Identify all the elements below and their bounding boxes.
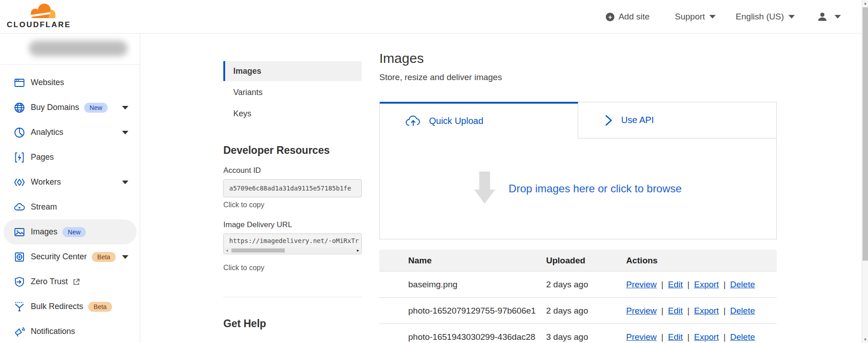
- scrollbar-thumb[interactable]: [231, 248, 285, 252]
- preview-link[interactable]: Preview: [626, 332, 657, 342]
- scroll-up-arrow-icon[interactable]: ▲: [862, 0, 868, 7]
- export-link[interactable]: Export: [694, 332, 719, 342]
- delete-link[interactable]: Delete: [730, 306, 755, 315]
- sidebar-item-pages[interactable]: Pages: [4, 145, 137, 170]
- external-link-icon: [72, 278, 80, 286]
- cloudflare-logo-text: CLOUDFLARE: [7, 20, 66, 29]
- sidebar-item-label: Security Center: [31, 252, 87, 262]
- sidebar-item-label: Buy Domains: [31, 103, 79, 112]
- sidebar-item-security-center[interactable]: Security Center Beta: [4, 244, 137, 269]
- sidebar-item-zero-trust[interactable]: Zero Trust: [4, 269, 137, 294]
- chevron-down-icon[interactable]: [122, 131, 128, 134]
- sidebar-item-label: Bulk Redirects: [31, 302, 83, 311]
- tab-use-api[interactable]: Use API: [578, 102, 776, 138]
- support-label: Support: [675, 12, 705, 22]
- sidebar-item-notifications[interactable]: Notifications: [4, 319, 137, 343]
- developer-resources-heading: Developer Resources: [223, 144, 330, 157]
- plus-icon: +: [606, 13, 614, 21]
- language-label: English (US): [736, 12, 784, 22]
- separator: |: [723, 306, 726, 315]
- subnav-item-keys[interactable]: Keys: [223, 104, 362, 124]
- funnel-icon: [14, 301, 25, 313]
- delete-link[interactable]: Delete: [730, 280, 755, 289]
- chevron-down-icon[interactable]: [122, 255, 128, 259]
- export-link[interactable]: Export: [694, 280, 719, 289]
- page-title: Images: [379, 51, 424, 66]
- main-content: Images Store, resize and deliver images …: [379, 33, 777, 343]
- edit-link[interactable]: Edit: [668, 280, 683, 289]
- beta-badge: Beta: [92, 252, 116, 262]
- uploaded-time: 2 days ago: [546, 280, 626, 290]
- sidebar-item-images[interactable]: Images New: [4, 219, 137, 244]
- top-bar: CLOUDFLARE + Add site Support English (U…: [0, 0, 868, 33]
- add-site-button[interactable]: + Add site: [606, 12, 654, 22]
- account-id-field[interactable]: a5709e6c88ad1a31da9115e57185b1fe: [223, 179, 362, 197]
- user-menu[interactable]: [816, 11, 841, 23]
- sidebar-item-analytics[interactable]: Analytics: [4, 120, 137, 145]
- row-actions: Preview|Edit|Export|Delete: [626, 306, 777, 316]
- scrollbar-thumb[interactable]: [863, 7, 868, 261]
- table-header-row: Name Uploaded Actions: [379, 250, 777, 272]
- edit-link[interactable]: Edit: [668, 332, 683, 342]
- chevron-down-icon: [788, 15, 795, 19]
- sidebar-item-label: Pages: [31, 152, 54, 162]
- tab-label: Use API: [621, 115, 654, 125]
- scroll-left-arrow-icon[interactable]: ◀: [224, 248, 230, 253]
- page-scrollbar[interactable]: ▲ ▼: [862, 0, 868, 343]
- row-actions: Preview|Edit|Export|Delete: [626, 280, 777, 290]
- sidebar-item-websites[interactable]: Websites: [4, 70, 137, 95]
- image-name: photo-1651943030299-436dac28: [379, 332, 546, 342]
- upload-panel: Quick Upload Use API Drop images here or…: [379, 102, 777, 239]
- sidebar-item-workers[interactable]: Workers: [4, 170, 137, 195]
- cloudflare-dashboard: CLOUDFLARE + Add site Support English (U…: [0, 0, 868, 343]
- column-header-name: Name: [379, 256, 546, 266]
- separator: |: [687, 306, 689, 315]
- security-safe-icon: [14, 251, 25, 263]
- delivery-url-scrollbar[interactable]: ◀ ▶: [224, 248, 361, 253]
- table-row: photo-1652079129755-97b606e1 2 days ago …: [379, 298, 777, 324]
- delivery-url-label: Image Delivery URL: [223, 220, 292, 229]
- scroll-right-arrow-icon[interactable]: ▶: [355, 248, 361, 253]
- sidebar-item-label: Analytics: [31, 128, 63, 137]
- down-arrow-icon: [474, 172, 495, 204]
- sidebar-item-buy-domains[interactable]: Buy Domains New: [4, 95, 137, 120]
- chevron-down-icon: [709, 15, 716, 19]
- sidebar-item-bulk-redirects[interactable]: Bulk Redirects Beta: [4, 294, 137, 319]
- language-menu[interactable]: English (US): [736, 12, 795, 22]
- support-menu[interactable]: Support: [675, 12, 716, 22]
- cloudflare-logo[interactable]: CLOUDFLARE: [7, 2, 66, 29]
- sidebar-item-label: Stream: [31, 202, 57, 212]
- chevron-down-icon[interactable]: [122, 181, 128, 184]
- separator: |: [687, 332, 689, 342]
- separator: |: [661, 332, 664, 342]
- tab-quick-upload[interactable]: Quick Upload: [380, 102, 578, 138]
- delivery-url-field[interactable]: https://imagedelivery.net/-oMiRxTr ◀ ▶: [223, 233, 362, 254]
- export-link[interactable]: Export: [694, 306, 719, 315]
- sidebar-item-label: Images: [31, 227, 57, 237]
- scroll-down-arrow-icon[interactable]: ▼: [862, 336, 868, 343]
- delivery-url-value: https://imagedelivery.net/-oMiRxTr: [229, 237, 359, 244]
- preview-link[interactable]: Preview: [626, 306, 657, 315]
- browser-icon: [14, 77, 25, 89]
- sidebar-nav: Websites Buy Domains New Analytics: [0, 70, 140, 343]
- table-row: baseimg.png 2 days ago Preview|Edit|Expo…: [379, 272, 777, 298]
- column-header-uploaded: Uploaded: [546, 256, 626, 266]
- account-id-copy-hint[interactable]: Click to copy: [223, 201, 264, 209]
- delete-link[interactable]: Delete: [730, 332, 755, 342]
- preview-link[interactable]: Preview: [626, 280, 657, 289]
- image-dropzone[interactable]: Drop images here or click to browse: [380, 138, 776, 239]
- subnav-item-variants[interactable]: Variants: [223, 82, 362, 102]
- separator: |: [661, 280, 664, 289]
- image-name: photo-1652079129755-97b606e1: [379, 306, 546, 316]
- dropzone-text: Drop images here or click to browse: [509, 182, 682, 195]
- chevron-right-icon: [604, 114, 613, 127]
- sidebar-item-stream[interactable]: Stream: [4, 195, 137, 219]
- chevron-down-icon[interactable]: [122, 106, 128, 110]
- separator: |: [723, 332, 726, 342]
- sidebar-item-label: Workers: [31, 177, 61, 187]
- subnav-item-images[interactable]: Images: [223, 61, 362, 81]
- edit-link[interactable]: Edit: [668, 306, 683, 315]
- shield-arrow-icon: [14, 276, 25, 288]
- delivery-url-copy-hint[interactable]: Click to copy: [223, 264, 264, 272]
- separator: |: [723, 280, 726, 289]
